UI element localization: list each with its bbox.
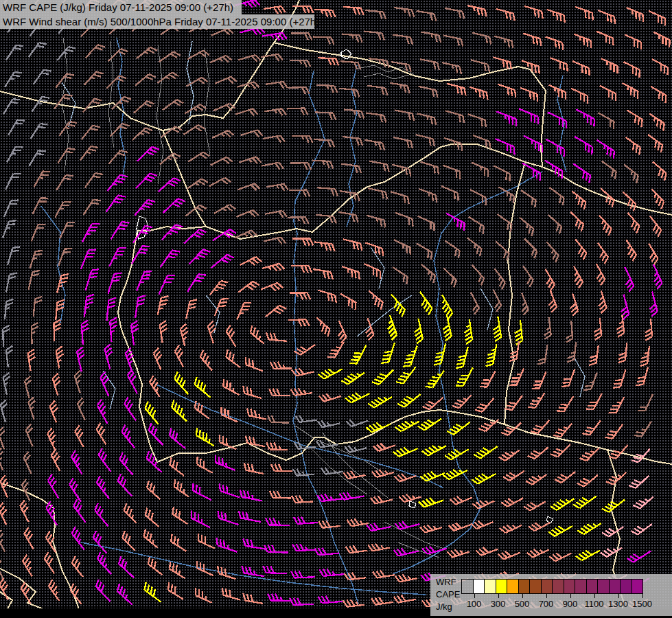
wind-barb [345,446,367,453]
wind-barb [264,6,286,14]
wind-barb [447,422,470,435]
wind-barb [97,552,111,574]
wind-barb [237,303,251,319]
wind-barb [243,593,263,604]
wind-barb [30,251,43,268]
weather-map: WRF CAPE (J/kg) Friday 07-11-2025 09:00 … [0,0,672,618]
legend-cell [518,579,531,594]
wind-barb [268,415,288,423]
wind-barb [318,596,342,603]
wind-barb [570,212,583,231]
wind-barb [550,187,564,205]
wind-barb [371,496,393,503]
wind-barb [117,584,132,605]
wind-barb [368,543,390,551]
wind-barb [261,283,283,291]
wind-barb [292,496,313,503]
wind-barb [124,503,137,523]
wind-barb [618,343,627,363]
wind-barb [496,9,514,21]
legend-cell [473,579,485,594]
wind-barb [394,240,410,255]
wind-barb [51,449,60,471]
wind-barb [364,264,380,279]
map-canvas [0,0,672,618]
wind-barb [32,97,49,112]
wind-barb [7,147,23,163]
wind-barb [393,137,413,148]
wind-barb [118,474,132,496]
wind-barb [24,527,33,549]
wind-barb [265,211,287,218]
wind-barb [72,527,84,550]
lake-outline [341,49,351,59]
wind-barb [290,163,312,170]
wind-barb [366,113,386,122]
wind-barb [49,580,59,601]
wind-barb [32,225,46,242]
wind-barb [28,397,35,419]
wind-barb [650,216,661,237]
wind-barb [263,135,285,142]
wind-barb [46,501,57,525]
wind-barb [316,85,337,93]
wind-barb [266,518,289,525]
wind-barb [645,319,652,340]
wind-barb [158,296,169,315]
legend-cell [620,579,632,594]
wind-barb [601,58,618,73]
title-bar-shear: WRF Wind shear (m/s) 500/1000hPa Friday … [0,14,314,29]
wind-barb [292,136,313,143]
wind-barb [216,538,237,551]
wind-barb [529,523,551,531]
wind-barb [368,188,387,199]
wind-barb [108,273,121,293]
wind-barb [574,266,583,288]
wind-barb [327,342,344,358]
legend-cell [496,579,508,594]
wind-barb [314,139,334,148]
wind-barb [522,293,529,315]
wind-barb [368,397,392,407]
wind-barb [631,524,652,534]
wind-barb [45,552,55,573]
wind-barb [599,113,614,129]
wind-barb [575,239,586,260]
wind-barb [147,481,161,500]
wind-barb [93,531,107,553]
wind-barb [582,421,600,435]
wind-barb [448,549,470,557]
legend-tick-mark [522,594,523,598]
wind-barb [546,269,555,290]
wind-barb [419,498,443,507]
wind-barb [499,450,520,461]
wind-barb [135,295,146,318]
wind-barb [84,200,101,215]
wind-barb [417,243,432,260]
wind-barb [599,291,606,313]
wind-barb [523,266,533,287]
title-shear-text: WRF Wind shear (m/s) 500/1000hPa Friday … [3,16,319,27]
wind-barb [373,444,395,452]
wind-barb [505,396,522,410]
legend-tick-label: 500 [509,599,536,609]
wind-barb [135,74,156,86]
wind-barb [271,464,292,471]
wind-barb [48,474,58,498]
wind-barb [74,371,81,393]
wind-barb [149,423,163,445]
wind-barb [290,60,311,67]
wind-barb [347,518,369,526]
wind-barb [318,58,338,65]
wind-barb [652,59,668,75]
wind-barb [247,409,266,420]
wind-barb [84,295,94,317]
wind-barb [551,444,570,457]
wind-barb [474,446,497,458]
wind-barb [34,297,43,317]
wind-barb [78,398,85,420]
wind-barb [292,238,314,245]
wind-barb [131,321,139,345]
wind-barb [80,146,98,161]
wind-barb [522,60,540,73]
